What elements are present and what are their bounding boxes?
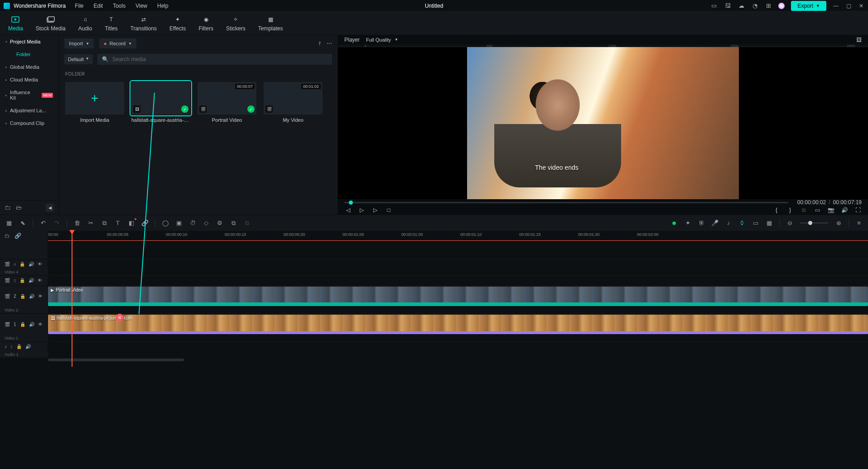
more-icon[interactable]: ⋯ [327, 40, 332, 47]
menu-file[interactable]: File [75, 3, 83, 9]
record-button[interactable]: ●Record▼ [99, 38, 136, 48]
clip-hallstatt[interactable]: 🖼hallstatt-square-austria-picjumbo-com [48, 315, 868, 334]
collapse-sidebar-button[interactable]: ◀ [46, 204, 54, 212]
clip-portrait-video[interactable]: ▶Portrait Video [48, 287, 868, 306]
snapshot-icon[interactable]: 📷 [827, 206, 834, 214]
scrub-bar[interactable] [344, 202, 788, 203]
filter-icon[interactable]: ⫯ [318, 40, 321, 47]
undo-icon[interactable]: ↶ [39, 220, 47, 227]
headphones-icon[interactable]: ◔ [751, 2, 758, 10]
thumbnail-icon[interactable]: ▦ [766, 220, 773, 227]
track-head-video4[interactable]: 🎬4 🔒 🔊 👁 [0, 259, 48, 269]
zoom-in-icon[interactable]: ⊕ [835, 220, 842, 227]
tab-filters[interactable]: ◉ Filters [198, 15, 213, 32]
visibility-icon[interactable]: 👁 [38, 294, 43, 299]
transition-marker[interactable]: ✕ [116, 314, 123, 321]
music-icon[interactable]: ♪ [725, 220, 732, 227]
menu-tools[interactable]: Tools [113, 3, 125, 9]
scrollbar-thumb[interactable] [48, 359, 184, 361]
zoom-out-icon[interactable]: ⊖ [786, 220, 793, 227]
menu-view[interactable]: View [135, 3, 147, 9]
sidebar-influence-kit[interactable]: ▸Influence KitNEW [0, 86, 58, 104]
tab-titles[interactable]: T Titles [105, 15, 117, 32]
enhance-icon[interactable]: ✦ [684, 220, 691, 227]
sidebar-project-media[interactable]: ▾Project Media [0, 35, 58, 48]
minimize-button[interactable]: — [833, 3, 839, 9]
render-icon[interactable]: ▣ [175, 220, 183, 227]
fullscreen-icon[interactable]: ⛶ [854, 206, 862, 214]
lock-icon[interactable]: 🔒 [16, 344, 22, 349]
timeline-hscroll[interactable] [0, 358, 868, 362]
user-avatar[interactable] [778, 3, 785, 9]
selection-tool-icon[interactable]: ▦ [5, 220, 13, 227]
zoom-slider[interactable] [800, 222, 829, 224]
adjust-icon[interactable]: ⚙ [216, 220, 223, 227]
export-button[interactable]: Export ▼ [791, 1, 826, 11]
link-icon[interactable]: 🔗 [141, 220, 149, 227]
color-icon[interactable]: ◯ [162, 220, 169, 227]
menu-edit[interactable]: Edit [94, 3, 103, 9]
ai-icon[interactable]: ☻ [670, 220, 678, 227]
stop-button[interactable]: □ [385, 206, 392, 214]
shield-icon[interactable]: ⛨ [698, 220, 705, 227]
mute-icon[interactable]: 🔊 [29, 262, 34, 267]
delete-icon[interactable]: 🗑 [73, 220, 81, 227]
marker-icon[interactable]: ▭ [752, 220, 759, 227]
mark-out-icon[interactable]: } [786, 206, 794, 214]
speed-icon[interactable]: ⏱ [189, 220, 196, 227]
sort-dropdown[interactable]: Default▼ [64, 54, 93, 64]
preview-canvas[interactable]: The video ends [338, 47, 868, 199]
tab-transitions[interactable]: ⇄ Transitions [130, 15, 157, 32]
display-icon[interactable]: ▭ [814, 206, 821, 214]
mute-icon[interactable]: 🔊 [29, 322, 34, 327]
view-mode-icon[interactable]: ≡ [855, 220, 863, 227]
tab-effects[interactable]: ✦ Effects [169, 15, 186, 32]
sidebar-adjustment-layer[interactable]: ▸Adjustment La... [0, 104, 58, 117]
group-icon[interactable]: ⧉ [230, 220, 237, 227]
tab-audio[interactable]: ♫ Audio [78, 15, 92, 32]
lock-icon[interactable]: 🔒 [20, 322, 25, 327]
volume-icon[interactable]: 🔊 [841, 206, 848, 214]
sidebar-global-media[interactable]: ▸Global Media [0, 61, 58, 73]
playhead[interactable] [72, 231, 72, 367]
tab-templates[interactable]: ▦ Templates [258, 15, 283, 32]
link-icon[interactable]: 🔗 [14, 233, 21, 239]
magnet-icon[interactable]: ⧲ [738, 220, 746, 227]
save-icon[interactable]: 🖫 [724, 2, 731, 10]
track-options-icon[interactable]: 🗀 [5, 233, 10, 239]
media-thumb-hallstatt[interactable]: 🖼 ✓ hallstatt-square-austria-picj... [131, 82, 190, 123]
lock-icon[interactable]: 🔒 [19, 278, 25, 283]
prev-frame-button[interactable]: ◁ [344, 206, 352, 214]
layout-icon[interactable]: ▭ [710, 2, 718, 10]
scale-icon[interactable]: ◧ [128, 220, 135, 227]
text-icon[interactable]: T [114, 220, 121, 227]
visibility-icon[interactable]: 👁 [38, 262, 42, 267]
tab-stock-media[interactable]: Stock Media [36, 15, 66, 32]
track-head-audio1[interactable]: ♪1 🔒 🔊 [0, 341, 48, 351]
time-ruler[interactable]: 00:00 00:00:00:05 00:00:00:10 00:00:00:1… [48, 231, 868, 241]
apps-icon[interactable]: ⊞ [765, 2, 772, 10]
media-thumb-myvideo[interactable]: 00:01:02 🎬 My Video [264, 82, 323, 123]
visibility-icon[interactable]: 👁 [38, 322, 43, 327]
redo-icon[interactable]: ↷ [53, 220, 60, 227]
visibility-icon[interactable]: 👁 [38, 278, 42, 283]
search-input[interactable]: 🔍Search media [97, 54, 332, 65]
scrub-handle[interactable] [349, 201, 353, 205]
snapshot-icon[interactable]: 🖼 [856, 37, 862, 43]
lock-icon[interactable]: 🔒 [19, 262, 25, 267]
maximize-button[interactable]: ▢ [845, 3, 852, 9]
sidebar-compound-clip[interactable]: ▸Compound Clip [0, 117, 58, 129]
track-head-video2[interactable]: 🎬2 🔒 🔊 👁 [0, 285, 48, 307]
tab-media[interactable]: Media [8, 15, 23, 32]
menu-help[interactable]: Help [157, 3, 169, 9]
sidebar-cloud-media[interactable]: ▸Cloud Media [0, 73, 58, 86]
track-head-video1[interactable]: 🎬1 🔒 🔊 👁 [0, 313, 48, 335]
crop-icon[interactable]: ⧉ [101, 220, 108, 227]
cloud-icon[interactable]: ☁ [738, 2, 745, 10]
zoom-handle[interactable] [808, 221, 812, 225]
mute-icon[interactable]: 🔊 [29, 278, 34, 283]
play-backward-button[interactable]: ▷ [358, 206, 365, 214]
quality-dropdown[interactable]: Full Quality▼ [366, 37, 398, 43]
mark-in-icon[interactable]: { [773, 206, 780, 214]
compound-icon[interactable]: ⧉ [243, 220, 251, 227]
